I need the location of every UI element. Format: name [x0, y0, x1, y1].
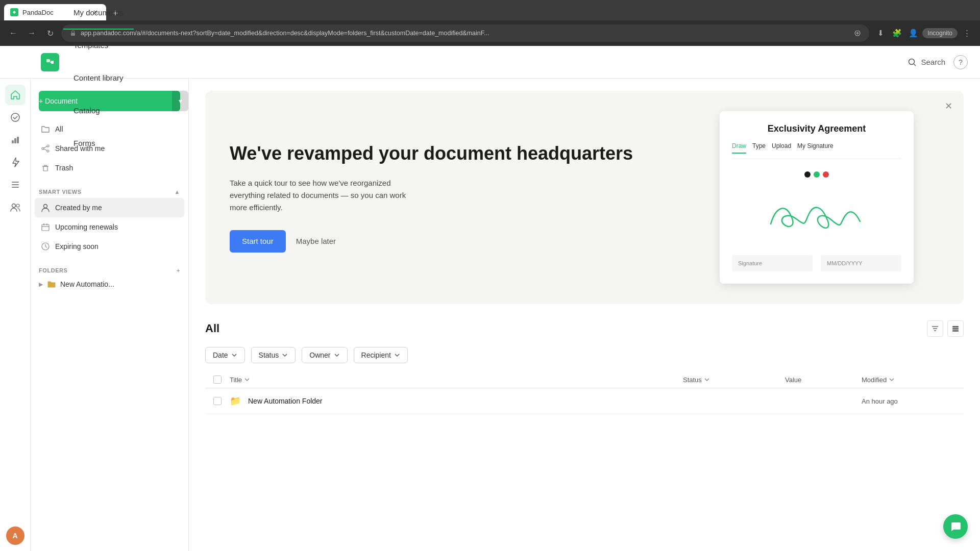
- dot-green: [814, 171, 820, 178]
- recipient-filter-label: Recipient: [361, 351, 391, 359]
- nav-catalog[interactable]: Catalog: [63, 95, 134, 128]
- welcome-banner: ✕ We've revamped your document headquart…: [205, 91, 964, 304]
- smart-views-header: SMART VIEWS ▲: [31, 186, 188, 198]
- user-avatar[interactable]: A: [6, 527, 24, 545]
- app: Documents My documents Templates Content…: [0, 46, 980, 551]
- lightning-icon: [10, 157, 21, 168]
- svg-rect-34: [952, 328, 959, 330]
- profile-button[interactable]: 👤: [906, 26, 920, 40]
- help-button[interactable]: ?: [953, 55, 968, 69]
- back-button[interactable]: ←: [6, 26, 20, 40]
- table-row[interactable]: 📁 New Automation Folder An hour ago: [205, 388, 964, 414]
- nav-forms[interactable]: Forms: [63, 128, 134, 160]
- doc-preview: Exclusivity Agreement Draw Type Upload M…: [720, 111, 914, 284]
- sidebar-item-upcoming-renewals[interactable]: Upcoming renewals: [35, 217, 184, 237]
- modified-sort-icon: [889, 377, 895, 383]
- sidebar-item-created-label: Created by me: [55, 204, 102, 212]
- rail-users[interactable]: [5, 197, 26, 217]
- svg-point-17: [42, 147, 44, 149]
- header-title[interactable]: Title: [230, 376, 683, 384]
- rail-tasks[interactable]: [5, 107, 26, 128]
- settings-button[interactable]: ⋮: [960, 26, 974, 40]
- nav-my-documents[interactable]: My documents: [63, 0, 134, 30]
- select-all-checkbox[interactable]: [213, 375, 222, 384]
- date-placeholder: MM/DD/YYYY: [827, 260, 863, 266]
- header-checkbox[interactable]: [205, 375, 230, 384]
- date-chevron-icon: [231, 352, 237, 358]
- status-chevron-icon: [282, 352, 288, 358]
- chat-bubble-button[interactable]: [943, 514, 968, 539]
- smart-views-collapse[interactable]: ▲: [175, 189, 180, 195]
- folder-new-automation[interactable]: ▶ New Automatio...: [35, 277, 184, 292]
- folders-label: FOLDERS: [39, 267, 67, 273]
- refresh-button[interactable]: ↻: [43, 26, 57, 40]
- recipient-filter-button[interactable]: Recipient: [354, 347, 408, 363]
- rail-analytics[interactable]: [5, 130, 26, 150]
- filter-icon: [931, 324, 939, 333]
- nav-templates[interactable]: Templates: [63, 30, 134, 62]
- smart-views-section: SMART VIEWS ▲ Created by me Upcoming ren…: [31, 186, 188, 256]
- row-checkbox[interactable]: [205, 397, 230, 405]
- tab-my-signature[interactable]: My Signature: [797, 142, 834, 154]
- maybe-later-button[interactable]: Maybe later: [296, 237, 336, 245]
- tab-title: PandaDoc: [22, 9, 54, 16]
- start-tour-button[interactable]: Start tour: [230, 230, 286, 253]
- row-checkbox-input[interactable]: [213, 397, 222, 405]
- sidebar-item-expiring-soon[interactable]: Expiring soon: [35, 237, 184, 256]
- tab-type[interactable]: Type: [752, 142, 766, 154]
- forward-button[interactable]: →: [24, 26, 39, 40]
- date-field: MM/DD/YYYY: [821, 255, 901, 271]
- svg-line-19: [44, 149, 47, 151]
- header-status[interactable]: Status: [683, 376, 785, 384]
- address-bar[interactable]: app.pandadoc.com/a/#/documents-next?sort…: [61, 24, 869, 42]
- home-icon: [10, 89, 21, 101]
- header-modified[interactable]: Modified: [862, 376, 964, 384]
- sidebar-item-trash[interactable]: Trash: [35, 158, 184, 178]
- tab-upload[interactable]: Upload: [772, 142, 791, 154]
- svg-rect-20: [43, 166, 47, 171]
- chart-icon: [10, 134, 21, 145]
- rail-catalog[interactable]: [5, 174, 26, 195]
- extensions-icon: [854, 30, 861, 37]
- trash-icon: [41, 163, 50, 172]
- folders-add-btn[interactable]: +: [177, 267, 180, 273]
- rail-automation[interactable]: [5, 152, 26, 172]
- close-banner-button[interactable]: ✕: [941, 99, 955, 113]
- content-area: ✕ We've revamped your document headquart…: [189, 79, 980, 551]
- svg-line-5: [914, 64, 916, 66]
- svg-point-14: [16, 204, 19, 207]
- svg-rect-8: [14, 138, 16, 143]
- banner-content: We've revamped your document headquarter…: [230, 111, 674, 284]
- nav-content-library[interactable]: Content library: [63, 62, 134, 95]
- svg-point-16: [47, 150, 49, 152]
- filter-view-button[interactable]: [927, 320, 943, 337]
- date-filter-button[interactable]: Date: [205, 347, 245, 363]
- owner-chevron-icon: [334, 352, 340, 358]
- list-view-button[interactable]: [947, 320, 964, 337]
- row-modified-cell: An hour ago: [862, 397, 964, 405]
- banner-title: We've revamped your document headquarter…: [230, 142, 674, 164]
- tab-draw[interactable]: Draw: [732, 142, 746, 154]
- download-icon[interactable]: ⬇: [873, 26, 888, 40]
- check-icon: [10, 112, 21, 123]
- extensions-button[interactable]: 🧩: [890, 26, 904, 40]
- svg-point-22: [44, 205, 47, 208]
- all-title: All: [205, 322, 219, 335]
- incognito-badge: Incognito: [922, 28, 958, 38]
- filter-bar: Date Status Owner Recipient: [205, 347, 964, 363]
- signature-dots: [804, 171, 829, 178]
- owner-filter-button[interactable]: Owner: [302, 347, 347, 363]
- add-doc-dropdown[interactable]: ▾: [172, 91, 188, 111]
- sidebar-item-created-by-me[interactable]: Created by me: [35, 198, 184, 217]
- nav-right: Search ?: [908, 55, 980, 69]
- header-title-label: Title: [230, 376, 242, 384]
- row-title-cell: 📁 New Automation Folder: [230, 395, 683, 407]
- all-header: All: [205, 316, 964, 337]
- rail-home[interactable]: [5, 85, 26, 105]
- search-button[interactable]: Search: [908, 58, 945, 67]
- view-controls: [927, 320, 964, 337]
- table-header: Title Status Value Modified: [205, 371, 964, 388]
- folders-section: FOLDERS + ▶ New Automatio...: [31, 264, 188, 292]
- search-label: Search: [921, 58, 945, 66]
- status-filter-button[interactable]: Status: [251, 347, 296, 363]
